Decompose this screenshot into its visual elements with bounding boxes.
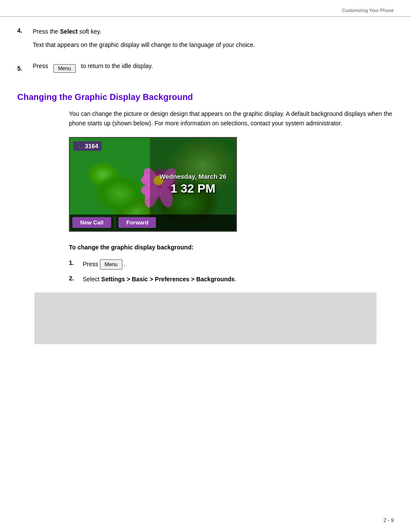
step-2-prefix: Select	[83, 276, 101, 283]
display-time: 1 32 PM	[171, 182, 215, 196]
step-1-row: 1. Press Menu .	[69, 259, 394, 270]
section-heading: Changing the Graphic Display Background	[17, 92, 394, 102]
phone-number: 3164	[85, 143, 98, 149]
step-1-num: 1.	[69, 259, 78, 266]
section-description: You can change the picture or design des…	[69, 109, 394, 128]
step-4-content: Press the Select soft key. Text that app…	[33, 27, 394, 54]
phone-icon: 📞	[77, 143, 83, 149]
step-4-number: 4.	[17, 27, 28, 34]
forward-softkey: Forward	[118, 217, 156, 228]
step-5-number: 5.	[17, 65, 28, 72]
step-1-prefix: Press	[83, 261, 100, 268]
new-call-softkey: New Call	[72, 217, 111, 228]
step-2-num: 2.	[69, 275, 78, 282]
step-4-area: 4. Press the Select soft key. Text that …	[17, 17, 394, 58]
step-5-area: 5. Press Menu to return to the idle disp…	[17, 58, 394, 84]
main-content: 4. Press the Select soft key. Text that …	[0, 17, 411, 361]
phone-bottom-bar: New Call Forward	[70, 215, 236, 231]
page-header: Customizing Your Phone	[0, 0, 411, 17]
phone-number-badge: 📞 3164	[73, 141, 102, 151]
step-5-prefix: Press	[33, 62, 48, 71]
step-4-prefix: Press the	[33, 28, 60, 35]
step-1-suffix: .	[124, 261, 126, 268]
gray-box	[34, 292, 377, 344]
step-2-path: Settings > Basic > Preferences > Backgro…	[101, 276, 235, 283]
phone-display: 📞 3164 Wednesday, March 26 1 32 PM New C…	[69, 137, 237, 232]
softkey-divider	[115, 217, 115, 229]
steps-area: 1. Press Menu . 2. Select Settings > Bas…	[69, 259, 394, 284]
phone-display-container: 📞 3164 Wednesday, March 26 1 32 PM New C…	[69, 137, 237, 232]
step-2-body: Select Settings > Basic > Preferences > …	[83, 275, 237, 284]
instruction-area: To change the graphic display background…	[69, 244, 394, 251]
step-2-suffix: .	[235, 276, 237, 283]
page-container: Customizing Your Phone 4. Press the Sele…	[0, 0, 411, 532]
step-5-suffix: to return to the idle display.	[81, 62, 153, 71]
step-5-menu-button: Menu	[53, 64, 76, 73]
page-footer: 2 - 9	[383, 517, 394, 523]
step-4-text: Press the Select soft key.	[33, 27, 394, 36]
step-4-subtext: Text that appears on the graphic display…	[33, 40, 394, 50]
page-number: 2 - 9	[383, 517, 394, 523]
header-title: Customizing Your Phone	[342, 8, 394, 13]
step-2-row: 2. Select Settings > Basic > Preferences…	[69, 275, 394, 284]
step-1-body: Press Menu .	[83, 259, 126, 270]
step-4-suffix: soft key.	[78, 28, 101, 35]
step-1-menu-button: Menu	[100, 259, 122, 270]
instruction-text: To change the graphic display background…	[69, 244, 394, 251]
display-date: Wednesday, March 26	[159, 173, 226, 180]
step-4-select: Select	[60, 28, 78, 35]
